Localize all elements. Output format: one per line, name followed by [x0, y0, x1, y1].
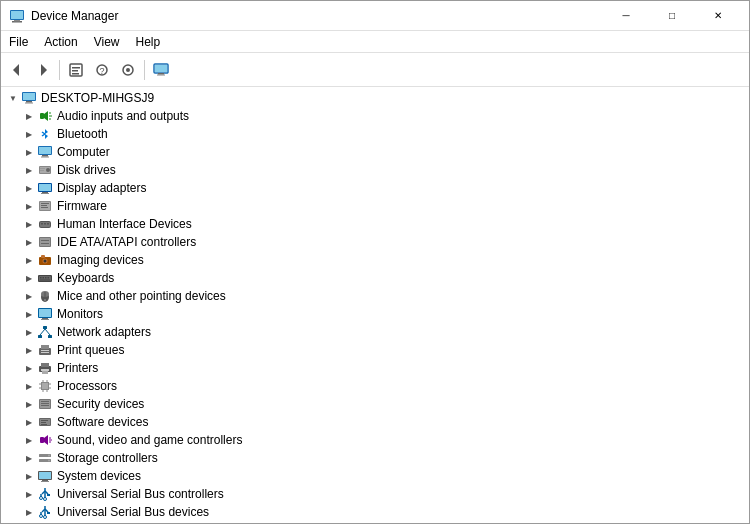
- expand-icon[interactable]: [21, 180, 37, 196]
- back-button[interactable]: [5, 58, 29, 82]
- expand-icon[interactable]: [21, 504, 37, 520]
- expand-icon[interactable]: [21, 288, 37, 304]
- chevron-right-icon: [26, 507, 32, 517]
- mouse-icon: [37, 288, 53, 304]
- chevron-right-icon: [26, 453, 32, 463]
- list-item[interactable]: Network adapters: [1, 323, 749, 341]
- expand-icon[interactable]: [21, 144, 37, 160]
- svg-rect-83: [41, 363, 49, 367]
- expand-icon[interactable]: [21, 486, 37, 502]
- svg-rect-105: [41, 424, 47, 425]
- menu-file[interactable]: File: [1, 31, 36, 52]
- window-title: Device Manager: [31, 9, 603, 23]
- forward-button[interactable]: [31, 58, 55, 82]
- chevron-right-icon: [26, 399, 32, 409]
- menu-view[interactable]: View: [86, 31, 128, 52]
- item-label: Monitors: [57, 307, 103, 321]
- menu-help[interactable]: Help: [128, 31, 169, 52]
- expand-icon[interactable]: [21, 450, 37, 466]
- svg-rect-49: [47, 223, 49, 225]
- properties-button[interactable]: [64, 58, 88, 82]
- expand-icon[interactable]: [21, 432, 37, 448]
- scan-button[interactable]: [116, 58, 140, 82]
- list-item[interactable]: System devices: [1, 467, 749, 485]
- expand-icon[interactable]: [21, 324, 37, 340]
- svg-point-113: [48, 455, 50, 457]
- list-item[interactable]: Audio inputs and outputs: [1, 107, 749, 125]
- svg-rect-37: [39, 184, 51, 191]
- svg-rect-8: [72, 70, 78, 72]
- minimize-button[interactable]: ─: [603, 1, 649, 31]
- svg-rect-123: [47, 512, 50, 514]
- svg-rect-3: [11, 11, 23, 19]
- list-item[interactable]: IDE ATA/ATAPI controllers: [1, 233, 749, 251]
- list-item[interactable]: Display adapters: [1, 179, 749, 197]
- expand-icon[interactable]: [21, 468, 37, 484]
- svg-rect-98: [41, 401, 49, 402]
- item-label: IDE ATA/ATAPI controllers: [57, 235, 196, 249]
- maximize-button[interactable]: □: [649, 1, 695, 31]
- list-item[interactable]: Print queues: [1, 341, 749, 359]
- list-item[interactable]: Sound, video and game controllers: [1, 431, 749, 449]
- item-label: Human Interface Devices: [57, 217, 192, 231]
- expand-icon[interactable]: [21, 378, 37, 394]
- list-item[interactable]: Printers: [1, 359, 749, 377]
- svg-rect-73: [43, 326, 47, 329]
- expand-icon[interactable]: [21, 198, 37, 214]
- close-button[interactable]: ✕: [695, 1, 741, 31]
- list-item[interactable]: Imaging devices: [1, 251, 749, 269]
- root-node[interactable]: DESKTOP-MIHGSJ9: [1, 89, 749, 107]
- list-item[interactable]: Universal Serial Bus controllers: [1, 485, 749, 503]
- expand-icon[interactable]: [21, 414, 37, 430]
- item-label: Keyboards: [57, 271, 114, 285]
- svg-rect-29: [42, 155, 48, 157]
- list-item[interactable]: Human Interface Devices: [1, 215, 749, 233]
- usb-devices-icon: [37, 504, 53, 520]
- list-item[interactable]: Storage controllers: [1, 449, 749, 467]
- expand-icon[interactable]: [21, 252, 37, 268]
- device-tree[interactable]: DESKTOP-MIHGSJ9 Audio inputs and outputs: [1, 87, 749, 523]
- menu-bar: File Action View Help: [1, 31, 749, 53]
- svg-point-57: [44, 260, 47, 263]
- item-label: System devices: [57, 469, 141, 483]
- list-item[interactable]: Monitors: [1, 305, 749, 323]
- chevron-right-icon: [26, 291, 32, 301]
- expand-icon[interactable]: [21, 342, 37, 358]
- computer-button[interactable]: [149, 58, 173, 82]
- svg-rect-51: [40, 238, 50, 246]
- svg-point-33: [46, 168, 50, 172]
- ide-icon: [37, 234, 53, 250]
- toolbar: ?: [1, 53, 749, 87]
- expand-icon[interactable]: [21, 306, 37, 322]
- list-item[interactable]: Keyboards: [1, 269, 749, 287]
- svg-rect-16: [158, 73, 164, 75]
- expand-icon[interactable]: [21, 360, 37, 376]
- chevron-right-icon: [26, 129, 32, 139]
- list-item[interactable]: Bluetooth: [1, 125, 749, 143]
- svg-rect-22: [40, 113, 44, 119]
- chevron-right-icon: [26, 381, 32, 391]
- root-expander[interactable]: [5, 90, 21, 106]
- list-item[interactable]: Mice and other pointing devices: [1, 287, 749, 305]
- menu-action[interactable]: Action: [36, 31, 85, 52]
- list-item[interactable]: Software devices: [1, 413, 749, 431]
- expand-icon[interactable]: [21, 108, 37, 124]
- expand-icon[interactable]: [21, 396, 37, 412]
- list-item[interactable]: Processors: [1, 377, 749, 395]
- list-item[interactable]: Disk drives: [1, 161, 749, 179]
- chevron-down-icon: [9, 93, 17, 103]
- expand-icon[interactable]: [21, 234, 37, 250]
- item-label: Audio inputs and outputs: [57, 109, 189, 123]
- expand-icon[interactable]: [21, 216, 37, 232]
- svg-rect-72: [41, 319, 49, 320]
- list-item[interactable]: Universal Serial Bus devices: [1, 503, 749, 521]
- chevron-right-icon: [26, 489, 32, 499]
- list-item[interactable]: Firmware: [1, 197, 749, 215]
- update-driver-button[interactable]: ?: [90, 58, 114, 82]
- expand-icon[interactable]: [21, 126, 37, 142]
- expand-icon[interactable]: [21, 270, 37, 286]
- list-item[interactable]: Security devices: [1, 395, 749, 413]
- list-item[interactable]: Computer: [1, 143, 749, 161]
- svg-marker-107: [44, 435, 48, 445]
- expand-icon[interactable]: [21, 162, 37, 178]
